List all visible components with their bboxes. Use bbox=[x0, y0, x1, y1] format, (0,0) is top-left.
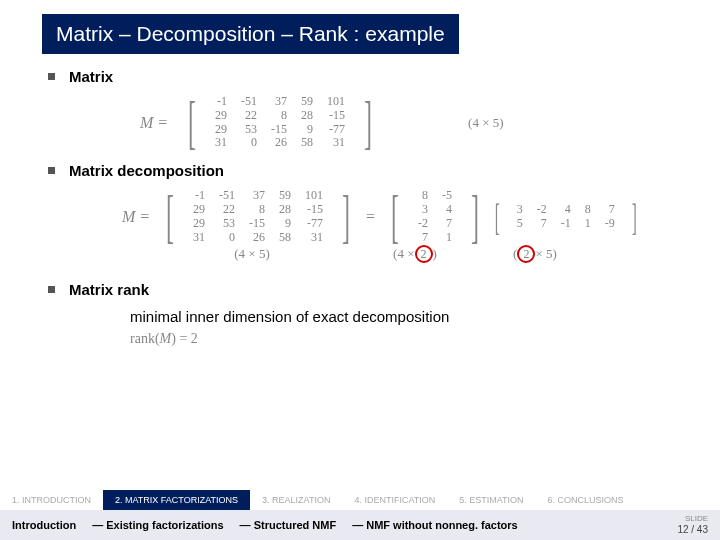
tab-identification[interactable]: 4. IDENTIFICATION bbox=[342, 490, 447, 510]
matrix-symbol: M = bbox=[136, 114, 172, 132]
tab-conclusions[interactable]: 6. CONCLUSIONS bbox=[536, 490, 636, 510]
section-label: Matrix rank bbox=[69, 281, 149, 298]
matrix-m-dim: (4 × 5) bbox=[468, 115, 504, 131]
section-label: Matrix decomposition bbox=[69, 162, 224, 179]
matrix-symbol: M = bbox=[118, 208, 154, 226]
tab-realization[interactable]: 3. REALIZATION bbox=[250, 490, 342, 510]
section-label: Matrix bbox=[69, 68, 113, 85]
rank-circle-icon: 2 bbox=[517, 245, 535, 263]
matrix-a: [ 8-5 34 -27 71 ] bbox=[385, 189, 485, 244]
section-rank: Matrix rank minimal inner dimension of e… bbox=[48, 281, 672, 347]
rank-equation: rank(M) = 2 bbox=[48, 331, 672, 347]
bullet-icon bbox=[48, 73, 55, 80]
breadcrumb-lead: Introduction bbox=[12, 519, 76, 531]
slide-counter: SLIDE 12 / 43 bbox=[677, 515, 708, 535]
matrix-m-copy: [ -1-513759101 2922828-15 2953-159-77 31… bbox=[160, 189, 356, 244]
breadcrumb-item: — Structured NMF bbox=[240, 519, 337, 531]
dim-a: (4 × 2 ) bbox=[370, 245, 460, 263]
dim-b: ( 2 × 5) bbox=[460, 245, 610, 263]
rank-definition: minimal inner dimension of exact decompo… bbox=[48, 308, 672, 325]
slide-title: Matrix – Decomposition – Rank : example bbox=[42, 14, 459, 54]
section-matrix: Matrix M = [ -1-513759101 2922828-15 295… bbox=[48, 68, 672, 150]
bullet-icon bbox=[48, 167, 55, 174]
breadcrumb-item: — Existing factorizations bbox=[92, 519, 223, 531]
bullet-icon bbox=[48, 286, 55, 293]
breadcrumb-item: — NMF without nonneg. factors bbox=[352, 519, 518, 531]
equals-sign: = bbox=[362, 208, 379, 226]
tab-introduction[interactable]: 1. INTRODUCTION bbox=[0, 490, 103, 510]
matrix-m: [ -1-513759101 2922828-15 2953-159-77 31… bbox=[182, 95, 378, 150]
section-decomp: Matrix decomposition M = [ -1-513759101 … bbox=[48, 162, 672, 263]
slide-footer: 1. INTRODUCTION 2. MATRIX FACTORIZATIONS… bbox=[0, 490, 720, 540]
matrix-b: [ 3-2487 57-11-9 ] bbox=[491, 201, 640, 233]
rank-circle-icon: 2 bbox=[415, 245, 433, 263]
tab-estimation[interactable]: 5. ESTIMATION bbox=[447, 490, 535, 510]
slide-content: Matrix M = [ -1-513759101 2922828-15 295… bbox=[0, 68, 720, 347]
section-tabs: 1. INTRODUCTION 2. MATRIX FACTORIZATIONS… bbox=[0, 490, 720, 510]
tab-matrix-factorizations[interactable]: 2. MATRIX FACTORIZATIONS bbox=[103, 490, 250, 510]
dim-m: (4 × 5) bbox=[162, 245, 342, 263]
